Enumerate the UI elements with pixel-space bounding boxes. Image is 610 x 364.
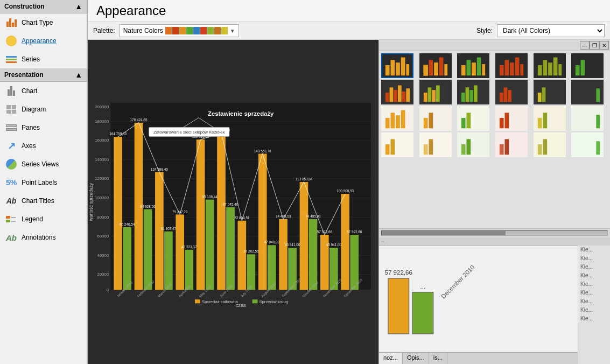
window-chrome: — ❐ ✕ xyxy=(379,40,610,51)
svg-rect-35 xyxy=(226,207,235,290)
palette-color-2 xyxy=(172,27,179,34)
style-thumb-16[interactable] xyxy=(495,106,528,131)
svg-rect-99 xyxy=(396,62,400,75)
svg-text:Sprzedaż całkowita: Sprzedaż całkowita xyxy=(202,299,239,304)
sidebar-item-panes[interactable]: Panes xyxy=(0,118,87,137)
style-scrollbar[interactable] xyxy=(379,228,610,237)
palette-color-1 xyxy=(165,27,172,34)
svg-rect-145 xyxy=(470,90,474,102)
sidebar-item-diagram[interactable]: Diagram xyxy=(0,100,87,118)
col-item-9[interactable]: Kie... xyxy=(578,314,610,323)
col-item-8[interactable]: Kie... xyxy=(578,306,610,314)
svg-rect-149 xyxy=(504,87,508,102)
sidebar-item-point-labels[interactable]: 5% Point Labels xyxy=(0,173,87,192)
style-thumb-24[interactable] xyxy=(571,132,604,157)
col-item-2[interactable]: Kie... xyxy=(578,254,610,263)
svg-rect-124 xyxy=(548,62,552,75)
restore-button[interactable]: ❐ xyxy=(590,41,599,50)
style-thumb-5[interactable] xyxy=(534,53,566,78)
svg-rect-169 xyxy=(504,113,509,128)
style-thumb-15[interactable] xyxy=(457,106,489,131)
sidebar-item-chart-type[interactable]: Chart Type xyxy=(0,13,87,32)
annotations-label: Annotations xyxy=(22,234,55,241)
legend-label: Legend xyxy=(22,215,43,223)
col-item-5[interactable]: Kie... xyxy=(578,280,610,289)
style-thumb-11[interactable] xyxy=(534,80,566,104)
svg-text:20000: 20000 xyxy=(97,272,109,277)
diagram-icon xyxy=(5,103,17,115)
svg-rect-101 xyxy=(406,64,409,75)
sidebar-item-series[interactable]: Series xyxy=(0,50,87,68)
style-thumb-1[interactable] xyxy=(381,53,413,78)
svg-rect-38 xyxy=(258,153,267,290)
tab-noz[interactable]: noz... xyxy=(379,353,403,364)
svg-rect-179 xyxy=(424,144,428,155)
diagram-label: Diagram xyxy=(22,106,46,113)
scrollbar-thumb[interactable] xyxy=(382,231,506,235)
col-item-7[interactable]: Kie... xyxy=(578,297,610,306)
svg-rect-176 xyxy=(385,144,390,155)
svg-rect-133 xyxy=(394,90,397,102)
style-select[interactable]: Dark (All Colors) xyxy=(497,24,605,37)
scrollbar-track[interactable] xyxy=(381,230,608,236)
col-item-3[interactable]: Kie... xyxy=(578,263,610,271)
svg-rect-160 xyxy=(401,110,405,129)
bottom-section: 57 922,66 ... December 2010 noz... Opis.… xyxy=(379,246,610,364)
svg-text:200000: 200000 xyxy=(95,104,109,109)
col-item-4[interactable]: Kie... xyxy=(578,271,610,280)
svg-rect-97 xyxy=(385,65,390,75)
style-thumb-2[interactable] xyxy=(419,53,452,78)
sidebar-item-axes[interactable]: ↗ Axes xyxy=(0,137,87,155)
sidebar-item-chart-titles[interactable]: Ab Chart Titles xyxy=(0,192,87,210)
style-thumb-21[interactable] xyxy=(457,132,489,157)
svg-text:100000: 100000 xyxy=(95,195,109,200)
svg-text:0: 0 xyxy=(107,288,109,292)
style-thumb-20[interactable] xyxy=(419,132,452,157)
style-thumb-14[interactable] xyxy=(419,106,452,131)
palette-dropdown[interactable]: Nature Colors ▼ xyxy=(120,24,239,37)
sidebar-item-appearance[interactable]: Appearance xyxy=(0,32,87,50)
close-button[interactable]: ✕ xyxy=(599,41,609,50)
svg-rect-152 xyxy=(538,93,542,102)
style-thumb-4[interactable] xyxy=(495,53,528,78)
style-thumb-18[interactable] xyxy=(571,106,604,131)
minimize-button[interactable]: — xyxy=(580,41,590,50)
col-item-6[interactable]: Kie... xyxy=(578,289,610,297)
style-thumb-23[interactable] xyxy=(534,132,566,157)
svg-rect-112 xyxy=(472,62,476,75)
tab-is[interactable]: is... xyxy=(429,353,447,364)
svg-text:95 108,44: 95 108,44 xyxy=(202,195,218,199)
sidebar-item-legend[interactable]: Legend xyxy=(0,210,87,228)
style-thumb-8[interactable] xyxy=(419,80,452,104)
svg-text:100 908,93: 100 908,93 xyxy=(336,189,354,193)
style-thumb-22[interactable] xyxy=(495,132,528,157)
style-thumb-13[interactable] xyxy=(381,106,413,131)
svg-rect-123 xyxy=(543,60,547,75)
col-item-1[interactable]: Kie... xyxy=(578,246,610,254)
svg-text:60000: 60000 xyxy=(97,234,109,239)
svg-rect-186 xyxy=(504,139,509,155)
style-thumb-9[interactable] xyxy=(457,80,489,104)
style-thumb-12[interactable] xyxy=(571,80,604,104)
mini-chart-area: 57 922,66 ... December 2010 noz... Opis.… xyxy=(379,246,578,364)
svg-text:57 922,66: 57 922,66 xyxy=(347,230,362,234)
sidebar-item-annotations[interactable]: Ab Annotations xyxy=(0,228,87,247)
svg-rect-138 xyxy=(424,93,427,102)
svg-rect-28 xyxy=(155,172,164,290)
svg-text:...: ... xyxy=(420,283,426,290)
style-thumb-19[interactable] xyxy=(381,132,413,157)
appearance-icon xyxy=(5,35,17,47)
sidebar-item-series-views[interactable]: Series Views xyxy=(0,155,87,173)
sidebar-item-chart[interactable]: Chart xyxy=(0,82,87,100)
style-thumb-6[interactable] xyxy=(571,53,604,78)
collapse-construction-icon[interactable]: ▲ xyxy=(75,2,82,11)
style-thumb-3[interactable] xyxy=(457,53,489,78)
toolbar: Palette: Nature Colors ▼ Style: xyxy=(88,22,610,40)
collapse-presentation-icon[interactable]: ▲ xyxy=(75,71,82,79)
style-thumb-10[interactable] xyxy=(495,80,528,104)
tab-opis[interactable]: Opis... xyxy=(403,353,429,364)
style-thumb-17[interactable] xyxy=(534,106,566,131)
chart-svg: 0 20000 40000 60000 80000 100000 120000 … xyxy=(88,40,378,364)
style-thumb-7[interactable] xyxy=(381,80,413,104)
svg-rect-118 xyxy=(510,62,514,75)
